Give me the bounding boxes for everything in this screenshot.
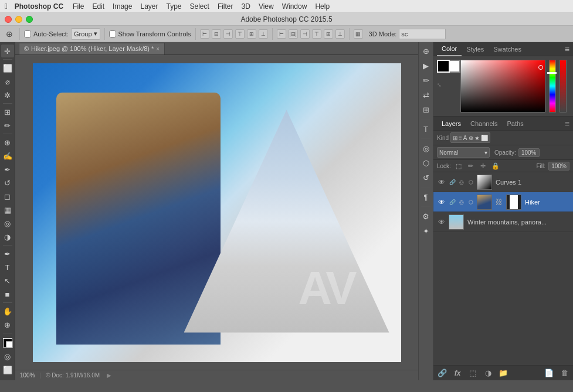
layer-filter-icon[interactable]: ◎ bbox=[458, 179, 465, 186]
menu-image[interactable]: Image bbox=[113, 2, 132, 11]
foreground-color-swatch[interactable] bbox=[1, 336, 14, 349]
align-center-h-icon[interactable]: ⊞ bbox=[247, 29, 256, 39]
fx-button[interactable]: fx bbox=[452, 368, 463, 379]
opacity-value[interactable]: 100% bbox=[518, 148, 540, 157]
maximize-button[interactable] bbox=[26, 16, 33, 23]
menu-window[interactable]: Window bbox=[282, 2, 307, 11]
tab-paths[interactable]: Paths bbox=[503, 117, 528, 131]
eyedropper-tool[interactable]: ✏ bbox=[1, 119, 14, 132]
delete-layer-button[interactable]: 🗑 bbox=[559, 368, 569, 379]
distribute-center-h-icon[interactable]: ⊞ bbox=[324, 29, 333, 39]
tab-layers[interactable]: Layers bbox=[437, 117, 466, 131]
clone-stamp-tool[interactable]: ✒ bbox=[1, 163, 14, 176]
align-bottom-icon[interactable]: ⊥ bbox=[259, 29, 268, 39]
menu-view[interactable]: View bbox=[259, 2, 274, 11]
app-name[interactable]: Photoshop CC bbox=[15, 2, 63, 11]
layer-visibility-toggle[interactable]: 👁 bbox=[437, 217, 446, 227]
kind-dropdown[interactable]: ⊞ ≡ A ⊕ ★ ⬜ bbox=[450, 132, 490, 143]
transform-controls-checkbox[interactable] bbox=[109, 30, 116, 38]
distribute-right-icon[interactable]: ⊣ bbox=[300, 29, 310, 39]
hand-tool[interactable]: ✋ bbox=[1, 305, 14, 318]
close-button[interactable] bbox=[5, 16, 12, 23]
tab-close-button[interactable]: × bbox=[156, 46, 160, 52]
right-tool-2[interactable]: ▶ bbox=[419, 59, 432, 72]
distribute-left-icon[interactable]: ⊢ bbox=[277, 29, 286, 39]
type-tool[interactable]: T bbox=[1, 261, 14, 274]
right-tool-1[interactable]: ⊕ bbox=[419, 45, 432, 57]
menu-edit[interactable]: Edit bbox=[92, 2, 104, 11]
distribute-top-icon[interactable]: ⊤ bbox=[312, 29, 321, 39]
right-tool-11[interactable]: ⚙ bbox=[419, 210, 432, 223]
layer-link-icon[interactable]: 🔗 bbox=[449, 199, 456, 206]
tab-styles[interactable]: Styles bbox=[462, 42, 489, 56]
color-panel-menu-button[interactable]: ≡ bbox=[565, 45, 569, 54]
right-tool-9[interactable]: ↺ bbox=[419, 171, 432, 184]
tab-channels[interactable]: Channels bbox=[466, 117, 502, 131]
auto-select-checkbox[interactable] bbox=[24, 30, 31, 38]
lock-image-button[interactable]: ✏ bbox=[466, 161, 476, 171]
right-tool-5[interactable]: ⊞ bbox=[419, 103, 432, 116]
menu-3d[interactable]: 3D bbox=[242, 2, 250, 11]
right-tool-4[interactable]: ⇄ bbox=[419, 88, 432, 101]
lock-all-button[interactable]: 🔒 bbox=[491, 161, 500, 171]
distribute-bottom-icon[interactable]: ⊥ bbox=[335, 29, 345, 39]
path-selection-tool[interactable]: ↖ bbox=[1, 274, 14, 287]
crop-tool[interactable]: ⊞ bbox=[1, 105, 14, 118]
align-right-icon[interactable]: ⊣ bbox=[223, 29, 233, 39]
hue-slider[interactable] bbox=[549, 60, 556, 113]
reset-colors-icon[interactable]: ⤡ bbox=[437, 82, 442, 88]
tab-swatches[interactable]: Swatches bbox=[489, 42, 526, 56]
lock-transparent-button[interactable]: ⬚ bbox=[454, 161, 463, 171]
layer-row[interactable]: 👁 🔗 ◎ ⬡ Curves 1 bbox=[433, 172, 573, 192]
right-tool-12[interactable]: ✦ bbox=[419, 224, 432, 237]
screen-mode-button[interactable]: ⬜ bbox=[1, 363, 14, 376]
zoom-tool[interactable]: ⊕ bbox=[1, 318, 14, 331]
fill-value[interactable]: 100% bbox=[548, 162, 569, 171]
new-layer-button[interactable]: 📄 bbox=[544, 368, 554, 379]
right-tool-8[interactable]: ⬡ bbox=[419, 156, 432, 169]
distribute-center-v-icon[interactable]: |⊟| bbox=[289, 29, 298, 39]
canvas-tab[interactable]: © Hiker.jpeg @ 100% (Hiker, Layer Mask/8… bbox=[19, 43, 165, 54]
blend-mode-dropdown[interactable]: Normal ▾ bbox=[437, 147, 490, 158]
move-tool[interactable]: ✛ bbox=[1, 45, 14, 57]
layer-link-icon[interactable]: 🔗 bbox=[449, 179, 456, 186]
menu-file[interactable]: File bbox=[73, 2, 84, 11]
gradient-tool[interactable]: ▦ bbox=[1, 203, 14, 216]
menu-filter[interactable]: Filter bbox=[218, 2, 233, 11]
canvas-wrapper[interactable]: AV bbox=[15, 55, 418, 370]
align-left-icon[interactable]: ⊢ bbox=[200, 29, 209, 39]
layer-style-icon[interactable]: ⬡ bbox=[467, 199, 474, 206]
new-adjustment-button[interactable]: ◑ bbox=[483, 368, 493, 379]
rectangular-marquee-tool[interactable]: ⬜ bbox=[1, 62, 14, 74]
layer-mask-icon[interactable]: ⬡ bbox=[467, 179, 474, 186]
arrange-icon[interactable]: ▦ bbox=[354, 29, 363, 39]
lock-position-button[interactable]: ✛ bbox=[479, 161, 488, 171]
dodge-tool[interactable]: ◑ bbox=[1, 230, 14, 243]
eraser-tool[interactable]: ◻ bbox=[1, 190, 14, 203]
alpha-slider[interactable] bbox=[560, 60, 567, 113]
right-tool-10[interactable]: ¶ bbox=[419, 190, 432, 203]
align-center-v-icon[interactable]: ⊟ bbox=[212, 29, 221, 39]
layer-filter-icon[interactable]: ◎ bbox=[458, 199, 465, 206]
layer-visibility-toggle[interactable]: 👁 bbox=[437, 197, 446, 207]
shape-tool[interactable]: ■ bbox=[1, 288, 14, 301]
menu-help[interactable]: Help bbox=[315, 2, 330, 11]
pen-tool[interactable]: ✒ bbox=[1, 247, 14, 260]
foreground-color-swatch[interactable] bbox=[437, 60, 450, 73]
layers-panel-menu-button[interactable]: ≡ bbox=[565, 119, 569, 128]
quick-mask-button[interactable]: ◎ bbox=[1, 350, 14, 363]
menu-layer[interactable]: Layer bbox=[140, 2, 158, 11]
brush-tool[interactable]: ✍ bbox=[1, 149, 14, 162]
magic-wand-tool[interactable]: ✲ bbox=[1, 88, 14, 101]
minimize-button[interactable] bbox=[15, 16, 22, 23]
menu-select[interactable]: Select bbox=[190, 2, 209, 11]
align-top-icon[interactable]: ⊤ bbox=[235, 29, 245, 39]
lasso-tool[interactable]: ⌀ bbox=[1, 75, 14, 88]
history-brush-tool[interactable]: ↺ bbox=[1, 176, 14, 189]
layer-row[interactable]: 👁 Winter mountains, panora... bbox=[433, 212, 573, 232]
right-tool-7[interactable]: ◎ bbox=[419, 142, 432, 155]
layer-visibility-toggle[interactable]: 👁 bbox=[437, 178, 446, 187]
layer-row[interactable]: 👁 🔗 ◎ ⬡ ⛓ Hiker bbox=[433, 192, 573, 212]
right-tool-6[interactable]: T bbox=[419, 122, 432, 135]
healing-brush-tool[interactable]: ⊕ bbox=[1, 136, 14, 149]
